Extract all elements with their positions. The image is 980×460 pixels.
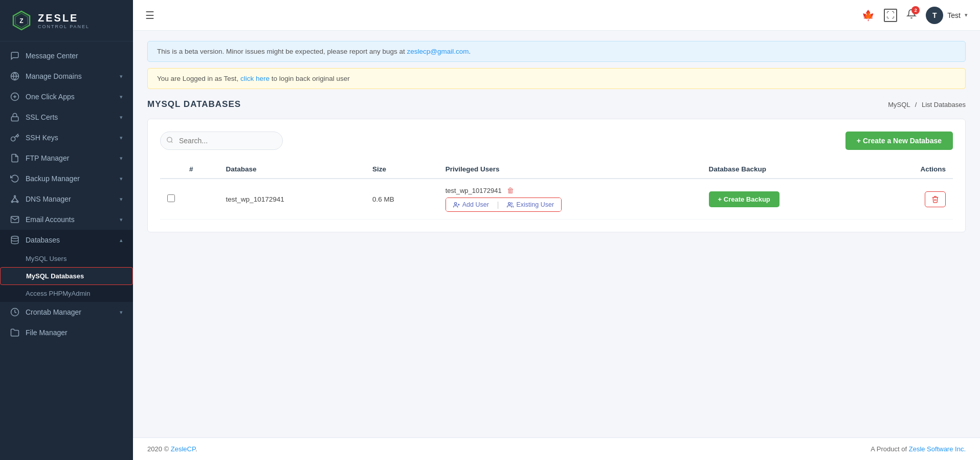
database-icon [10,235,19,245]
topbar-right: 🍁 ⛶ 2 T Test ▾ [862,7,968,24]
breadcrumb-current: List Databases [922,101,966,108]
globe-icon [10,72,19,81]
maple-leaf-icon[interactable]: 🍁 [862,9,875,21]
sidebar-item-label: Email Accounts [26,215,75,224]
svg-text:Z: Z [19,17,23,25]
sidebar-item-label: File Manager [26,328,68,337]
user-delete-icon[interactable]: 🗑 [507,186,514,194]
sidebar-item-label: FTP Manager [26,154,69,162]
svg-point-15 [167,137,172,142]
key-icon [10,133,19,142]
page-title: MYSQL DATABASES [147,99,241,109]
footer-copyright: 2020 © ZesleCP. [147,445,197,453]
sidebar-item-email-accounts[interactable]: Email Accounts ▾ [0,209,133,230]
existing-user-icon [507,202,514,208]
row-actions [873,179,953,220]
svg-point-20 [508,202,510,204]
chevron-down-icon: ▾ [120,135,123,141]
login-alert: You are Logged in as Test, click here to… [147,68,966,89]
chevron-down-icon: ▾ [120,155,123,162]
row-checkbox[interactable] [167,194,175,202]
footer-brand-link[interactable]: ZesleCP [171,445,195,453]
sidebar-item-label: One Click Apps [26,93,75,101]
row-privileged-users: test_wp_10172941 🗑 Add User | [438,179,702,220]
col-checkbox [160,160,182,179]
databases-table: # Database Size Privileged Users Databas… [160,160,953,220]
footer-product-link[interactable]: Zesle Software Inc. [909,445,966,453]
comment-icon [10,51,19,60]
create-database-button[interactable]: + Create a New Database [845,132,953,150]
search-input[interactable] [160,132,283,150]
svg-point-17 [454,202,456,204]
avatar: T [926,7,943,24]
topbar: ☰ 🍁 ⛶ 2 T Test ▾ [133,0,980,31]
page-heading-row: MYSQL DATABASES MySQL / List Databases [147,99,966,109]
folder-icon [10,328,19,337]
login-link[interactable]: click here [240,75,270,82]
sidebar-item-dns-manager[interactable]: DNS Manager ▾ [0,189,133,209]
chevron-down-icon: ▾ [120,73,123,80]
sidebar-item-label: Message Center [26,52,78,60]
sidebar-item-message-center[interactable]: Message Center [0,46,133,66]
create-backup-button[interactable]: + Create Backup [709,191,779,207]
main-card: + Create a New Database # Database Size … [147,119,966,232]
add-user-icon [453,202,460,208]
history-icon [10,174,19,183]
chevron-down-icon: ▾ [120,216,123,223]
notifications-button[interactable]: 2 [906,9,917,21]
delete-database-button[interactable] [925,191,946,207]
svg-point-13 [11,236,18,239]
sidebar-item-mysql-databases[interactable]: MySQL Databases [0,267,133,285]
sidebar-item-ssl-certs[interactable]: SSL Certs ▾ [0,107,133,127]
fullscreen-button[interactable]: ⛶ [884,9,897,22]
sidebar-item-access-phpmyadmin[interactable]: Access PHPMyAdmin [0,285,133,302]
sidebar-item-one-click-apps[interactable]: One Click Apps ▾ [0,86,133,107]
network-icon [10,194,19,204]
sidebar-item-databases[interactable]: Databases ▴ [0,230,133,250]
main-wrap: ☰ 🍁 ⛶ 2 T Test ▾ This is a beta version.… [133,0,980,460]
chevron-up-icon: ▴ [120,237,123,244]
user-menu-button[interactable]: T Test ▾ [926,7,968,24]
existing-user-button[interactable]: Existing User [500,198,561,211]
row-database-name: test_wp_10172941 [219,179,365,220]
clock-icon [10,308,19,317]
col-privileged-users: Privileged Users [438,160,702,179]
footer-suffix: . [195,445,197,453]
hamburger-button[interactable]: ☰ [145,9,154,21]
sidebar-item-mysql-users[interactable]: MySQL Users [0,250,133,267]
col-actions: Actions [873,160,953,179]
svg-line-11 [15,197,17,201]
brand-title: ZESLE [38,12,90,24]
col-hash: # [182,160,219,179]
lock-icon [10,113,19,122]
topbar-left: ☰ [145,9,154,21]
logo-area: Z ZESLE CONTROL PANEL [0,0,133,41]
product-prefix: A Product of [871,445,908,453]
sidebar-item-ssh-keys[interactable]: SSH Keys ▾ [0,127,133,148]
sidebar-item-label: Manage Domains [26,72,82,80]
user-arrow-icon: ▾ [965,12,968,18]
beta-email-link[interactable]: zeslecp@gmail.com [407,48,469,55]
envelope-icon [10,215,19,224]
sidebar-item-ftp-manager[interactable]: FTP Manager ▾ [0,148,133,168]
sidebar-item-label: Crontab Manager [26,308,81,316]
sidebar-item-crontab-manager[interactable]: Crontab Manager ▾ [0,302,133,322]
logo-text: ZESLE CONTROL PANEL [38,12,90,29]
sidebar-item-file-manager[interactable]: File Manager [0,322,133,343]
sidebar-nav: Message Center Manage Domains ▾ One Clic… [0,41,133,460]
user-line: test_wp_10172941 🗑 [446,186,695,194]
add-user-button[interactable]: Add User [446,198,496,211]
footer-product: A Product of Zesle Software Inc. [871,445,966,453]
chevron-down-icon: ▾ [120,309,123,316]
login-text-prefix: You are Logged in as Test, [157,75,240,82]
row-size: 0.6 MB [365,179,438,220]
breadcrumb: MySQL / List Databases [888,101,966,108]
sidebar-item-backup-manager[interactable]: Backup Manager ▾ [0,168,133,189]
breadcrumb-separator: / [915,101,919,108]
sidebar-item-label: SSL Certs [26,113,58,121]
sidebar-item-manage-domains[interactable]: Manage Domains ▾ [0,66,133,86]
sidebar: Z ZESLE CONTROL PANEL Message Center Man… [0,0,133,460]
row-number [182,179,219,220]
databases-submenu: MySQL Users MySQL Databases Access PHPMy… [0,250,133,302]
user-actions-box: Add User | Existing User [446,198,562,212]
